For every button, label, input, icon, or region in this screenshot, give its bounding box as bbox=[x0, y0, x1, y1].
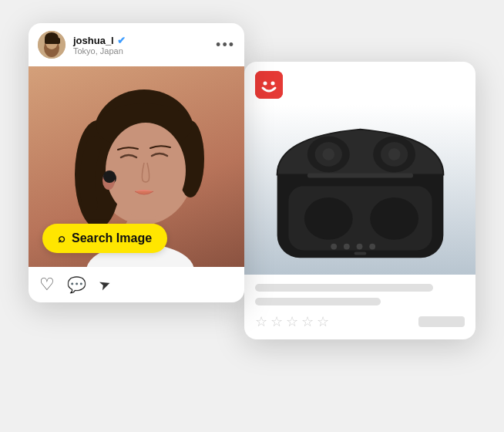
svg-rect-4 bbox=[45, 38, 60, 44]
comment-button[interactable]: 💬 bbox=[67, 275, 86, 294]
svg-rect-21 bbox=[307, 173, 412, 177]
ig-location: Tokyo, Japan bbox=[73, 46, 208, 56]
shop-header bbox=[244, 62, 475, 105]
ig-user-info: joshua_l ✔ Tokyo, Japan bbox=[73, 35, 208, 56]
star-4: ☆ bbox=[301, 313, 314, 330]
svg-point-16 bbox=[103, 170, 116, 183]
shop-info: ☆ ☆ ☆ ☆ ☆ bbox=[244, 275, 475, 339]
star-2: ☆ bbox=[270, 313, 283, 330]
more-button[interactable]: ••• bbox=[216, 37, 235, 53]
ig-header: joshua_l ✔ Tokyo, Japan ••• bbox=[29, 23, 244, 66]
svg-rect-17 bbox=[255, 71, 283, 99]
svg-point-18 bbox=[264, 82, 267, 86]
shopping-card: ☆ ☆ ☆ ☆ ☆ bbox=[244, 62, 475, 339]
main-scene: joshua_l ✔ Tokyo, Japan ••• bbox=[29, 23, 475, 409]
username-text: joshua_l bbox=[73, 35, 114, 46]
search-image-label: Search Image bbox=[72, 231, 152, 245]
ig-actions: ♡ 💬 ➤ bbox=[29, 267, 244, 302]
earbuds-illustration bbox=[262, 114, 459, 265]
star-3: ☆ bbox=[286, 313, 298, 330]
like-button[interactable]: ♡ bbox=[39, 275, 55, 295]
shop-logo bbox=[255, 71, 283, 99]
svg-point-24 bbox=[370, 197, 418, 240]
star-5: ☆ bbox=[317, 313, 329, 330]
svg-point-19 bbox=[271, 82, 275, 86]
verified-icon: ✔ bbox=[117, 35, 126, 46]
svg-point-33 bbox=[356, 244, 362, 250]
star-1: ☆ bbox=[255, 313, 267, 330]
svg-point-23 bbox=[304, 197, 352, 240]
search-icon: ⌕ bbox=[58, 231, 66, 245]
ig-image: ⌕ Search Image bbox=[29, 66, 244, 267]
share-button[interactable]: ➤ bbox=[96, 275, 113, 295]
avatar bbox=[38, 31, 66, 59]
product-subtitle-line bbox=[255, 298, 381, 305]
svg-point-32 bbox=[343, 244, 349, 250]
svg-point-34 bbox=[369, 244, 375, 250]
search-image-button[interactable]: ⌕ Search Image bbox=[42, 224, 167, 253]
svg-point-12 bbox=[106, 123, 186, 218]
ig-username: joshua_l ✔ bbox=[73, 35, 208, 46]
svg-point-27 bbox=[322, 148, 334, 160]
svg-point-30 bbox=[388, 148, 400, 160]
svg-rect-35 bbox=[354, 251, 366, 255]
instagram-card: joshua_l ✔ Tokyo, Japan ••• bbox=[29, 23, 244, 302]
product-title-line bbox=[255, 284, 433, 292]
price-placeholder bbox=[418, 316, 465, 327]
shop-stars-row: ☆ ☆ ☆ ☆ ☆ bbox=[255, 313, 465, 330]
shop-product-image bbox=[244, 105, 475, 275]
svg-point-31 bbox=[331, 244, 337, 250]
